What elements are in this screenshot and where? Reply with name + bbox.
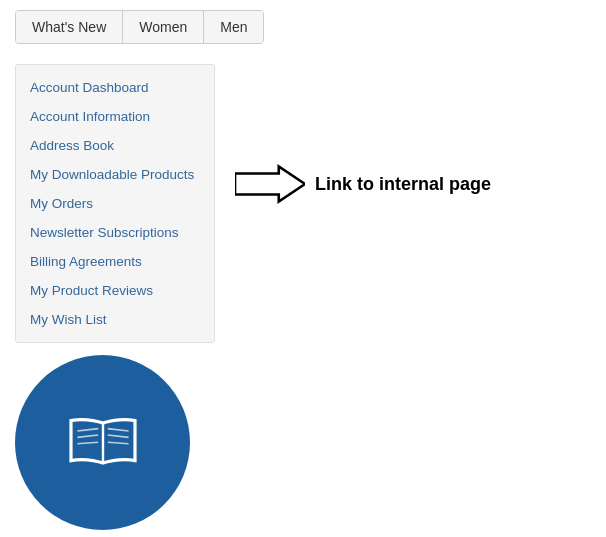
- arrow-icon: [235, 164, 305, 204]
- svg-line-2: [77, 435, 98, 437]
- sidebar-item-reviews[interactable]: My Product Reviews: [16, 276, 214, 305]
- sidebar-item-account-information[interactable]: Account Information: [16, 102, 214, 131]
- svg-line-4: [107, 429, 128, 431]
- sidebar-item-address-book[interactable]: Address Book: [16, 131, 214, 160]
- book-icon-circle: [15, 355, 190, 530]
- top-navigation: What's New Women Men: [15, 10, 264, 44]
- link-label: Link to internal page: [315, 174, 491, 195]
- svg-line-1: [77, 429, 98, 431]
- book-icon: [63, 411, 143, 474]
- svg-line-6: [107, 442, 128, 444]
- annotation-area: Link to internal page: [235, 64, 491, 204]
- arrow-container: [235, 164, 305, 204]
- sidebar-item-billing[interactable]: Billing Agreements: [16, 247, 214, 276]
- sidebar-item-newsletter[interactable]: Newsletter Subscriptions: [16, 218, 214, 247]
- sidebar-menu: Account Dashboard Account Information Ad…: [15, 64, 215, 343]
- main-content: Account Dashboard Account Information Ad…: [0, 54, 606, 537]
- sidebar-item-downloadable-products[interactable]: My Downloadable Products: [16, 160, 214, 189]
- nav-item-whats-new[interactable]: What's New: [16, 11, 123, 43]
- sidebar-item-account-dashboard[interactable]: Account Dashboard: [16, 73, 214, 102]
- nav-item-women[interactable]: Women: [123, 11, 204, 43]
- nav-item-men[interactable]: Men: [204, 11, 263, 43]
- svg-line-3: [77, 442, 98, 444]
- svg-marker-7: [235, 167, 305, 202]
- svg-line-5: [107, 435, 128, 437]
- sidebar-item-wishlist[interactable]: My Wish List: [16, 305, 214, 334]
- sidebar-item-my-orders[interactable]: My Orders: [16, 189, 214, 218]
- sidebar: Account Dashboard Account Information Ad…: [15, 64, 215, 530]
